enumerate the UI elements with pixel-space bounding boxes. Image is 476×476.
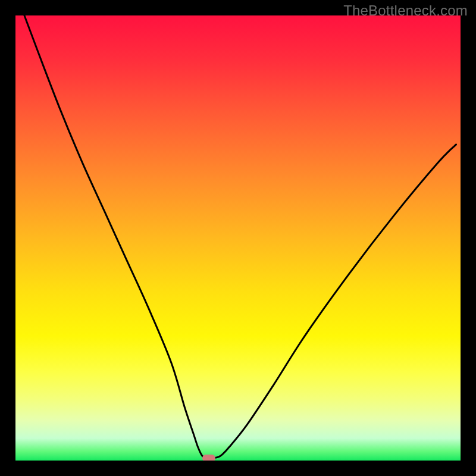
chart-frame: TheBottleneck.com bbox=[0, 0, 476, 476]
optimum-marker bbox=[202, 455, 215, 461]
curve-svg bbox=[15, 15, 461, 461]
watermark-text: TheBottleneck.com bbox=[343, 2, 468, 19]
plot-area bbox=[15, 15, 461, 461]
bottleneck-curve bbox=[24, 15, 456, 459]
